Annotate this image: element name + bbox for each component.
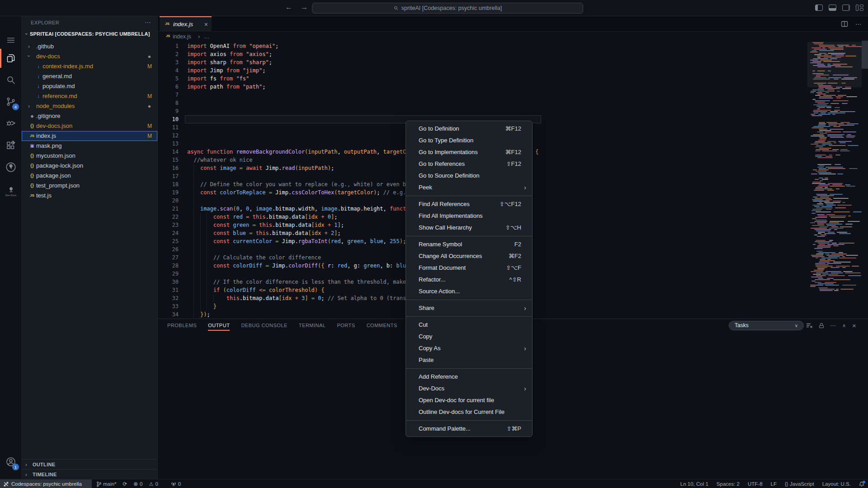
tree-item-package-lock-json[interactable]: {}package-lock.json bbox=[22, 161, 157, 171]
menu-item-cut[interactable]: Cut bbox=[406, 319, 532, 331]
activity-item-source-control[interactable]: 4 bbox=[0, 91, 22, 112]
activity-item-dev-docs[interactable]: Dev-Docs bbox=[0, 180, 22, 199]
tree-item-populate-md[interactable]: ↓populate.md bbox=[22, 81, 157, 91]
customize-layout-icon[interactable] bbox=[856, 5, 863, 11]
status-javascript[interactable]: {}JavaScript bbox=[785, 481, 814, 487]
menu-item-refactor-[interactable]: Refactor...^⇧R bbox=[406, 274, 532, 286]
search-icon bbox=[393, 5, 399, 11]
tree-item-reference-md[interactable]: ↓reference.mdM bbox=[22, 91, 157, 101]
section-outline[interactable]: ›OUTLINE bbox=[22, 459, 157, 469]
status-sync[interactable]: ⟳ bbox=[123, 481, 127, 487]
tree-item-dev-docs[interactable]: ›dev-docs● bbox=[22, 52, 157, 61]
menu-item-copy[interactable]: Copy bbox=[406, 331, 532, 343]
activity-item-search[interactable] bbox=[0, 70, 22, 90]
menu-item-share[interactable]: Share› bbox=[406, 302, 532, 314]
maximize-panel-icon[interactable]: ∧ bbox=[842, 323, 846, 328]
tree-item-general-md[interactable]: ↓general.md bbox=[22, 71, 157, 81]
menu-item-format-document[interactable]: Format Document⇧⌥F bbox=[406, 262, 532, 274]
output-channel-select[interactable]: Tasks ∨ bbox=[729, 321, 804, 330]
clear-output-icon[interactable] bbox=[806, 323, 813, 328]
tree-item-test-prompt-json[interactable]: {}test_prompt.json bbox=[22, 181, 157, 191]
menu-item-go-to-implementations[interactable]: Go to Implementations⌘F12 bbox=[406, 146, 532, 158]
status-branch[interactable]: main* bbox=[96, 481, 116, 487]
activity-item-run-debug[interactable] bbox=[0, 113, 22, 133]
editor-context-menu: Go to Definition⌘F12Go to Type Definitio… bbox=[406, 121, 533, 437]
split-editor-icon[interactable] bbox=[841, 20, 848, 28]
menu-item-outline-dev-docs-for-current-file[interactable]: Outline Dev-docs for Current File bbox=[406, 406, 532, 418]
panel-tab-ports[interactable]: PORTS bbox=[337, 319, 355, 332]
tab-close-icon[interactable]: × bbox=[204, 21, 208, 28]
menu-item-dev-docs[interactable]: Dev-Docs› bbox=[406, 383, 532, 394]
activity-item-github[interactable] bbox=[0, 157, 22, 178]
activity-item-account[interactable]: 1 bbox=[0, 451, 22, 472]
menu-item-go-to-references[interactable]: Go to References⇧F12 bbox=[406, 158, 532, 170]
panel-tab-terminal[interactable]: TERMINAL bbox=[299, 319, 326, 332]
menu-item-open-dev-doc-for-current-file[interactable]: Open Dev-doc for current file bbox=[406, 394, 532, 406]
panel-tab-output[interactable]: OUTPUT bbox=[208, 319, 230, 332]
status-lf[interactable]: LF bbox=[771, 481, 777, 487]
status-warnings[interactable]: ⚠0 bbox=[149, 481, 158, 487]
menu-item-find-all-implementations[interactable]: Find All Implementations bbox=[406, 210, 532, 222]
indent-guide bbox=[193, 278, 194, 286]
status-ln-10-col-1[interactable]: Ln 10, Col 1 bbox=[680, 481, 708, 487]
forward-arrow-icon[interactable]: → bbox=[299, 3, 309, 11]
line-number: 21 bbox=[158, 205, 179, 213]
tree-item-mask-png[interactable]: ▣mask.png bbox=[22, 141, 157, 151]
menu-item-source-action-[interactable]: Source Action... bbox=[406, 286, 532, 297]
close-panel-icon[interactable]: × bbox=[852, 322, 856, 329]
explorer-more-icon[interactable]: ⋯ bbox=[145, 19, 151, 26]
menu-item-go-to-type-definition[interactable]: Go to Type Definition bbox=[406, 135, 532, 146]
panel-tab-problems[interactable]: PROBLEMS bbox=[167, 319, 197, 332]
ports-icon bbox=[171, 481, 176, 487]
menu-item-rename-symbol[interactable]: Rename SymbolF2 bbox=[406, 239, 532, 250]
menu-item-show-call-hierarchy[interactable]: Show Call Hierarchy⇧⌥H bbox=[406, 222, 532, 234]
more-actions-icon[interactable]: ⋯ bbox=[855, 20, 862, 28]
tree-item-context-index-js-md[interactable]: ↓context-index.js.mdM bbox=[22, 61, 157, 71]
status-ports[interactable]: 0 bbox=[171, 481, 181, 487]
tree-item-dev-docs-json[interactable]: {}dev-docs.jsonM bbox=[22, 121, 157, 131]
line-number: 33 bbox=[158, 302, 179, 310]
tree-item--gitignore[interactable]: ◆.gitignore bbox=[22, 111, 157, 121]
section-timeline[interactable]: ›TIMELINE bbox=[22, 469, 157, 479]
editor-scrollbar[interactable] bbox=[862, 41, 868, 69]
breadcrumb-symbol[interactable]: … bbox=[204, 33, 209, 40]
tree-item-test-js[interactable]: JStest.js bbox=[22, 191, 157, 201]
status-spaces-2[interactable]: Spaces: 2 bbox=[717, 481, 740, 487]
workspace-section-header[interactable]: › SPRITEAI [CODESPACES: PSYCHIC UMBRELLA… bbox=[22, 29, 157, 39]
tree-item-mycustom-json[interactable]: {}mycustom.json bbox=[22, 151, 157, 161]
back-arrow-icon[interactable]: ← bbox=[284, 3, 294, 11]
menu-item-paste[interactable]: Paste bbox=[406, 354, 532, 366]
tree-item-index-js[interactable]: JSindex.jsM bbox=[22, 131, 157, 141]
minimap[interactable] bbox=[807, 42, 862, 295]
menu-item-go-to-source-definition[interactable]: Go to Source Definition bbox=[406, 170, 532, 182]
activity-item-extensions[interactable] bbox=[0, 135, 22, 156]
panel-tab-debug-console[interactable]: DEBUG CONSOLE bbox=[241, 319, 287, 332]
tree-item-package-json[interactable]: {}package.json bbox=[22, 171, 157, 181]
remote-indicator[interactable]: Codespaces: psychic umbrella bbox=[0, 479, 92, 488]
status-notifications[interactable] bbox=[859, 481, 864, 487]
menu-item-peek[interactable]: Peek› bbox=[406, 182, 532, 193]
status-layout-u-s-[interactable]: Layout: U.S. bbox=[822, 481, 851, 487]
status-errors[interactable]: ⊗0 bbox=[133, 481, 142, 487]
tree-item-node-modules[interactable]: ›node_modules● bbox=[22, 101, 157, 111]
menu-item-go-to-definition[interactable]: Go to Definition⌘F12 bbox=[406, 123, 532, 135]
toggle-panel-icon[interactable] bbox=[829, 5, 836, 11]
menu-item-copy-as[interactable]: Copy As› bbox=[406, 343, 532, 354]
breadcrumb-file[interactable]: index.js bbox=[173, 33, 191, 40]
toggle-sidebar-icon[interactable] bbox=[815, 5, 823, 11]
lock-icon[interactable] bbox=[819, 323, 824, 328]
more-actions-icon[interactable]: ⋯ bbox=[830, 322, 836, 329]
activity-item-explorer[interactable] bbox=[0, 48, 22, 69]
tab-index-js[interactable]: JS index.js × bbox=[160, 16, 212, 32]
menu-item-find-all-references[interactable]: Find All References⇧⌥F12 bbox=[406, 198, 532, 210]
indent-guide bbox=[200, 302, 201, 310]
toggle-secondary-sidebar-icon[interactable] bbox=[842, 5, 850, 11]
menu-item-change-all-occurrences[interactable]: Change All Occurrences⌘F2 bbox=[406, 250, 532, 262]
tree-item--github[interactable]: ›.github bbox=[22, 42, 157, 52]
menu-item-add-reference[interactable]: Add Reference bbox=[406, 371, 532, 383]
panel-tab-comments[interactable]: COMMENTS bbox=[367, 319, 397, 332]
status-utf-8[interactable]: UTF-8 bbox=[748, 481, 763, 487]
command-center-search[interactable]: spriteAI [Codespaces: psychic umbrella] bbox=[312, 3, 583, 14]
breadcrumb[interactable]: JS index.js › … bbox=[158, 32, 868, 42]
menu-item-command-palette-[interactable]: Command Palette...⇧⌘P bbox=[406, 423, 532, 435]
